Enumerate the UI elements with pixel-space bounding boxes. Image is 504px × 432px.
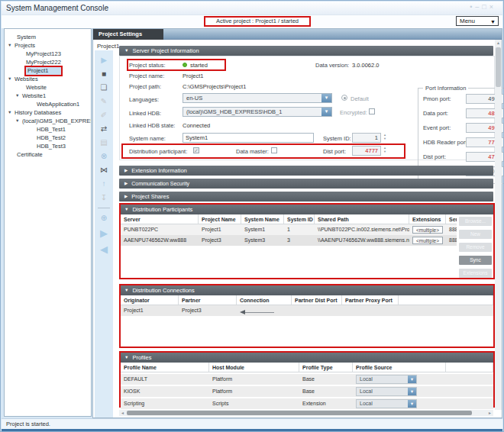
vertical-scrollbar-thumb[interactable] bbox=[496, 47, 501, 87]
tree-item-hdb-test2[interactable]: HDB_Test2 bbox=[5, 134, 91, 142]
expand-icon[interactable]: ▶ bbox=[100, 228, 108, 238]
horizontal-scrollbar[interactable]: ◄ ► bbox=[119, 410, 493, 416]
main-panel: Project Settings Project1 ▶ ■ ❏ ✎ ✐ ⇄ ▤ … bbox=[92, 28, 502, 418]
expander-icon[interactable]: ▼ bbox=[8, 108, 15, 117]
system-name-label: System name: bbox=[129, 135, 166, 142]
linked-hdb-dropdown[interactable]: (local)\GMS_HDB_EXPRESS\HDB_1▼ bbox=[183, 107, 332, 117]
new-button[interactable]: New bbox=[459, 230, 492, 239]
system-name-input[interactable] bbox=[183, 133, 314, 143]
horizontal-scrollbar-thumb[interactable] bbox=[127, 411, 472, 415]
encrypted-checkbox[interactable] bbox=[369, 108, 375, 114]
participant-row[interactable]: PUNBT022PC Project1 System1 1 \\PUNBT022… bbox=[121, 224, 457, 235]
expander-icon[interactable]: ▼ bbox=[15, 92, 22, 100]
tree-item-myproject222[interactable]: MyProject222 bbox=[5, 58, 91, 66]
chevron-down-icon[interactable]: ▼ bbox=[408, 388, 416, 395]
upload-icon[interactable]: ↑ bbox=[102, 180, 106, 188]
section-header-server-project-information[interactable]: ▼Server Project Information bbox=[119, 46, 493, 56]
edit-project-icon[interactable]: ✎ bbox=[101, 98, 107, 105]
vertical-scrollbar[interactable]: ▲ bbox=[495, 40, 502, 410]
pin-icon[interactable]: ↧ bbox=[101, 194, 107, 201]
maximize-icon[interactable]: □ bbox=[482, 3, 489, 11]
extensions-button[interactable]: Extensions bbox=[459, 269, 492, 278]
scroll-up-icon[interactable]: ▲ bbox=[495, 40, 502, 47]
tree-item-websites[interactable]: ▼Websites bbox=[5, 75, 91, 83]
tree-item-website[interactable]: Website bbox=[5, 83, 91, 92]
cancel-icon[interactable]: ⊗ bbox=[101, 153, 107, 160]
distribution-participants-section: ▼Distribution Participants Server Projec… bbox=[119, 203, 495, 279]
expander-icon: ▼ bbox=[124, 288, 128, 292]
expander-icon[interactable]: ▼ bbox=[15, 117, 22, 125]
section-header-project-shares[interactable]: ▶Project Shares bbox=[119, 192, 493, 201]
rename-project-icon[interactable]: ✐ bbox=[101, 111, 107, 119]
expander-icon: ▶ bbox=[124, 168, 128, 172]
participant-row[interactable]: AAENPU746562W.ww888 Project3 System3 3 \… bbox=[121, 235, 457, 246]
scroll-left-icon[interactable]: ◄ bbox=[119, 410, 126, 416]
section-header-extension-information[interactable]: ▶Extension Information bbox=[119, 166, 493, 176]
remove-button[interactable]: Remove bbox=[459, 243, 492, 252]
expander-icon[interactable]: ▼ bbox=[8, 41, 15, 50]
scroll-right-icon[interactable]: ► bbox=[486, 410, 493, 416]
tree-item-certificate[interactable]: Certificate bbox=[5, 150, 91, 159]
dist-port-value: 4777 bbox=[352, 146, 381, 156]
data-master-label: Data master: bbox=[236, 148, 269, 155]
system-management-console-window: System Management Console •–□× Active pr… bbox=[0, 0, 504, 432]
tree-item-projects[interactable]: ▼Projects bbox=[5, 41, 91, 50]
link-hdb-icon[interactable]: ⇄ bbox=[101, 125, 107, 133]
tree-item-history-databases[interactable]: ▼History Databases bbox=[5, 108, 91, 117]
tab-project-settings[interactable]: Project Settings bbox=[93, 29, 163, 40]
section-header-profiles[interactable]: ▼Profiles bbox=[121, 353, 493, 363]
data-version-label: Data version: bbox=[315, 62, 349, 69]
data-master-checkbox[interactable] bbox=[271, 147, 277, 153]
default-language-radio[interactable] bbox=[341, 95, 347, 101]
profile-row[interactable]: DEFAULT Platform Base Local▼ bbox=[121, 374, 493, 385]
expander-icon[interactable]: ▼ bbox=[8, 75, 15, 83]
distribution-icon[interactable]: ⋈ bbox=[100, 166, 108, 174]
profile-source-dropdown[interactable]: Local▼ bbox=[356, 375, 417, 384]
extensions-multiple-button[interactable]: <multiple> bbox=[412, 226, 443, 234]
sync-button[interactable]: Sync bbox=[459, 256, 492, 265]
profile-source-dropdown[interactable]: Local▼ bbox=[356, 387, 417, 396]
new-project-icon[interactable]: ❏ bbox=[101, 84, 108, 92]
languages-dropdown[interactable]: en-US▼ bbox=[183, 93, 332, 103]
chevron-down-icon: ▼ bbox=[490, 18, 496, 26]
profile-row[interactable]: Scripting Scripts Extension Local▼ bbox=[121, 398, 493, 409]
distribution-participant-checkbox[interactable]: ✓ bbox=[193, 147, 199, 153]
extensions-multiple-button[interactable]: <multiple> bbox=[412, 237, 443, 244]
section-header-distribution-participants[interactable]: ▼Distribution Participants bbox=[121, 205, 493, 214]
chevron-down-icon[interactable]: ▼ bbox=[321, 94, 331, 102]
save-icon[interactable]: ▤ bbox=[100, 139, 107, 147]
project-path-value: C:\GMSProjects\Project1 bbox=[183, 83, 246, 90]
section-header-distribution-connections[interactable]: ▼Distribution Connections bbox=[121, 285, 493, 295]
profile-source-dropdown[interactable]: Local▼ bbox=[356, 399, 417, 408]
collapse-icon[interactable]: ◀ bbox=[100, 244, 108, 254]
section-header-communication-security[interactable]: ▶Communication Security bbox=[119, 179, 493, 189]
tree-item-hdb-test1[interactable]: HDB_Test1 bbox=[5, 125, 91, 134]
start-project-icon[interactable]: ▶ bbox=[101, 56, 107, 64]
system-id-spinner[interactable]: ▲▼ bbox=[383, 133, 387, 142]
distribution-participant-label: Distribution participant: bbox=[129, 148, 187, 155]
profile-row[interactable]: KIOSK Platform Base Local▼ bbox=[121, 386, 493, 397]
project-toolbar: ▶ ■ ❏ ✎ ✐ ⇄ ▤ ⊗ ⋈ ↑ ↧ ⊕ ▶ ◀ bbox=[95, 50, 113, 417]
add-icon[interactable]: ⊕ bbox=[101, 214, 107, 222]
chevron-down-icon[interactable]: ▼ bbox=[408, 376, 416, 383]
tree-item-hdb-test3[interactable]: HDB_Test3 bbox=[5, 142, 91, 150]
tree-item-system[interactable]: System bbox=[5, 33, 91, 41]
close-icon[interactable]: × bbox=[489, 3, 496, 11]
browse-button[interactable]: Browse... bbox=[459, 217, 492, 226]
tree-item-webapplication1[interactable]: WebApplication1 bbox=[5, 100, 91, 108]
expander-icon: ▶ bbox=[124, 181, 128, 185]
tree-item-project1-selected[interactable]: Project1 bbox=[5, 66, 91, 75]
dist-port-spinner[interactable]: ▲▼ bbox=[383, 146, 387, 155]
languages-label: Languages: bbox=[129, 96, 159, 103]
menu-dropdown[interactable]: Menu ▼ bbox=[456, 16, 499, 26]
minimize-icon[interactable]: – bbox=[475, 3, 482, 11]
tree-item-gms-hdb-express[interactable]: ▼(local)\GMS_HDB_EXPRESS bbox=[5, 117, 91, 125]
chevron-down-icon[interactable]: ▼ bbox=[321, 108, 331, 116]
stop-project-icon[interactable]: ■ bbox=[102, 70, 106, 78]
active-project-banner: Active project : Project1 / started bbox=[204, 16, 311, 27]
tree-item-website1[interactable]: ▼Website1 bbox=[5, 92, 91, 100]
profiles-table-header: Profile Name Host Module Profile Type Pr… bbox=[121, 363, 493, 372]
connection-row[interactable]: Project1 Project3 bbox=[121, 305, 493, 316]
chevron-down-icon[interactable]: ▼ bbox=[408, 400, 416, 408]
tree-item-myproject123[interactable]: MyProject123 bbox=[5, 50, 91, 58]
